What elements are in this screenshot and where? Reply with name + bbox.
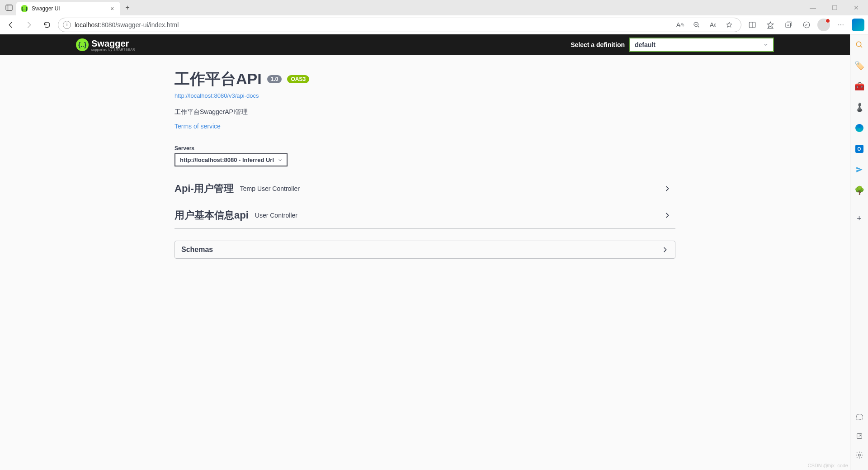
split-screen-icon[interactable] [745, 18, 760, 32]
servers-label: Servers [175, 145, 675, 152]
chevron-right-icon [664, 212, 675, 219]
add-sidebar-icon[interactable]: + [854, 214, 864, 223]
chevron-down-icon [278, 157, 283, 163]
swagger-favicon-icon: {..} [21, 5, 28, 12]
minimize-button[interactable]: — [804, 1, 822, 14]
url-text: localhost:8080/swagger-ui/index.html [75, 21, 179, 28]
external-link-icon[interactable] [854, 431, 864, 441]
refresh-button[interactable] [40, 18, 54, 32]
profile-button[interactable] [817, 19, 830, 31]
chevron-right-icon [664, 185, 675, 192]
api-docs-link[interactable]: http://localhost:8080/v3/api-docs [175, 92, 675, 99]
info-section: 工作平台API 1.0 OAS3 http://localhost:8080/v… [175, 55, 675, 139]
site-info-icon[interactable]: i [63, 21, 71, 29]
chevron-right-icon [661, 246, 669, 253]
back-button[interactable] [4, 18, 18, 32]
search-icon[interactable] [854, 40, 864, 50]
tree-icon[interactable]: 🌳 [854, 185, 864, 195]
browser-tab[interactable]: {..} Swagger UI × [16, 2, 120, 15]
zoom-out-icon[interactable] [689, 18, 704, 32]
close-window-button[interactable]: ✕ [847, 1, 865, 14]
collections-icon[interactable] [781, 18, 796, 32]
definition-label: Select a definition [571, 41, 625, 48]
more-button[interactable]: ⋯ [834, 18, 848, 32]
api-description: 工作平台SwaggerAPI管理 [175, 108, 675, 116]
svg-line-3 [698, 26, 699, 27]
favorite-icon[interactable] [722, 18, 736, 32]
swagger-logo-text: Swagger [91, 39, 135, 48]
copilot-sidebar-icon[interactable] [854, 123, 864, 133]
tag-name: 用户基本信息api [175, 209, 249, 222]
swagger-logo[interactable]: {..} Swagger supported by SMARTBEAR [76, 38, 135, 51]
version-badge: 1.0 [267, 75, 282, 83]
svg-rect-0 [6, 5, 12, 10]
swagger-logo-icon: {..} [76, 38, 89, 51]
performance-icon[interactable] [799, 18, 814, 32]
favorites-bar-icon[interactable] [763, 18, 778, 32]
definition-select[interactable]: default [629, 38, 774, 52]
api-title: 工作平台API [175, 69, 262, 90]
screenshot-icon[interactable] [854, 412, 864, 422]
tab-actions-button[interactable] [3, 1, 15, 14]
oas-badge: OAS3 [287, 75, 309, 83]
svg-rect-13 [856, 415, 863, 420]
browser-nav-bar: i localhost:8080/swagger-ui/index.html A… [0, 15, 868, 34]
page-content[interactable]: {..} Swagger supported by SMARTBEAR Sele… [0, 34, 850, 470]
tag-desc: User Controller [255, 212, 297, 219]
tag-section[interactable]: 用户基本信息api User Controller [175, 202, 675, 229]
maximize-button[interactable]: ☐ [826, 1, 844, 14]
copilot-icon[interactable] [852, 19, 864, 31]
svg-point-15 [858, 454, 860, 456]
translate-icon[interactable]: Aあ [673, 18, 688, 32]
forward-button[interactable] [22, 18, 36, 32]
games-icon[interactable]: ♟️ [854, 102, 864, 112]
svg-line-12 [860, 46, 862, 47]
schemas-section[interactable]: Schemas [175, 241, 675, 259]
swagger-logo-sub: supported by SMARTBEAR [91, 48, 135, 51]
svg-point-11 [856, 42, 861, 47]
send-icon[interactable] [854, 165, 864, 175]
settings-icon[interactable] [854, 450, 864, 460]
toolbox-icon[interactable]: 🧰 [854, 81, 864, 91]
read-aloud-icon[interactable]: A)) [706, 18, 720, 32]
terms-of-service-link[interactable]: Terms of service [175, 123, 675, 130]
browser-sidebar: 🏷️ 🧰 ♟️ O 🌳 + [850, 34, 868, 470]
schemas-title: Schemas [181, 246, 213, 254]
tag-name: Api-用户管理 [175, 182, 234, 195]
tag-section[interactable]: Api-用户管理 Temp User Controller [175, 176, 675, 202]
servers-section: Servers http://localhost:8080 - Inferred… [175, 139, 675, 176]
address-bar[interactable]: i localhost:8080/swagger-ui/index.html A… [58, 18, 741, 32]
tag-desc: Temp User Controller [240, 185, 300, 192]
outlook-icon[interactable]: O [854, 144, 864, 154]
swagger-topbar: {..} Swagger supported by SMARTBEAR Sele… [0, 34, 850, 55]
tab-title: Swagger UI [32, 5, 105, 12]
browser-tab-bar: {..} Swagger UI × + — ☐ ✕ [0, 0, 868, 15]
new-tab-button[interactable]: + [121, 1, 134, 14]
close-tab-button[interactable]: × [108, 5, 116, 12]
watermark: CSDN @hjx_code [808, 463, 848, 468]
chevron-down-icon [763, 42, 769, 47]
server-select[interactable]: http://localhost:8080 - Inferred Url [175, 153, 288, 166]
shopping-icon[interactable]: 🏷️ [854, 61, 864, 71]
